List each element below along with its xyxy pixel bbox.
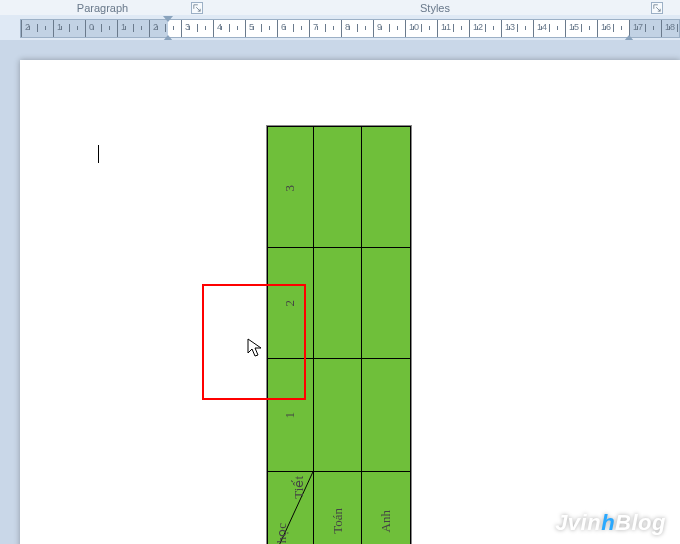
ribbon-group-label: Paragraph bbox=[77, 2, 128, 14]
period-cell[interactable]: 2 bbox=[268, 248, 314, 359]
header-bottom-label: Môn học bbox=[274, 523, 290, 544]
period-cell[interactable]: 1 bbox=[268, 358, 314, 471]
header-diagonal-cell[interactable]: TiếtMôn học bbox=[268, 471, 314, 544]
subject-header-cell[interactable]: Toán bbox=[313, 471, 362, 544]
styles-dialog-launcher[interactable] bbox=[651, 2, 663, 14]
header-top-label: Tiết bbox=[291, 476, 307, 499]
watermark-text: Blog bbox=[615, 510, 666, 535]
period-cell[interactable]: 3 bbox=[268, 127, 314, 248]
horizontal-ruler[interactable]: 21012345678910111213141516171819 bbox=[0, 15, 680, 41]
ribbon-group-styles: Styles bbox=[205, 0, 665, 15]
watermark-text: h bbox=[601, 510, 615, 535]
table-cell[interactable] bbox=[313, 358, 362, 471]
page[interactable]: 321TiếtMôn họcToánAnh bbox=[20, 60, 680, 544]
ruler-ticks: 21012345678910111213141516171819 bbox=[21, 20, 679, 37]
table-cell[interactable] bbox=[362, 127, 411, 248]
ribbon-group-paragraph: Paragraph bbox=[0, 0, 205, 15]
paragraph-dialog-launcher[interactable] bbox=[191, 2, 203, 14]
dialog-launcher-icon bbox=[653, 4, 661, 12]
dialog-launcher-icon bbox=[193, 4, 201, 12]
table-cell[interactable] bbox=[362, 248, 411, 359]
first-line-indent-marker[interactable] bbox=[163, 16, 173, 22]
subject-header-cell[interactable]: Anh bbox=[362, 471, 411, 544]
document-table[interactable]: 321TiếtMôn họcToánAnh bbox=[266, 125, 412, 544]
table-cell[interactable] bbox=[313, 248, 362, 359]
table-cell[interactable] bbox=[362, 358, 411, 471]
text-caret bbox=[98, 145, 99, 163]
watermark-text: Jvin bbox=[555, 510, 601, 535]
table-cell[interactable] bbox=[313, 127, 362, 248]
watermark-logo: JvinhBlog bbox=[555, 510, 666, 536]
document-area[interactable]: 321TiếtMôn họcToánAnh JvinhBlog bbox=[0, 40, 680, 544]
ribbon-group-label: Styles bbox=[420, 2, 450, 14]
ribbon-group-row: Paragraph Styles bbox=[0, 0, 680, 16]
